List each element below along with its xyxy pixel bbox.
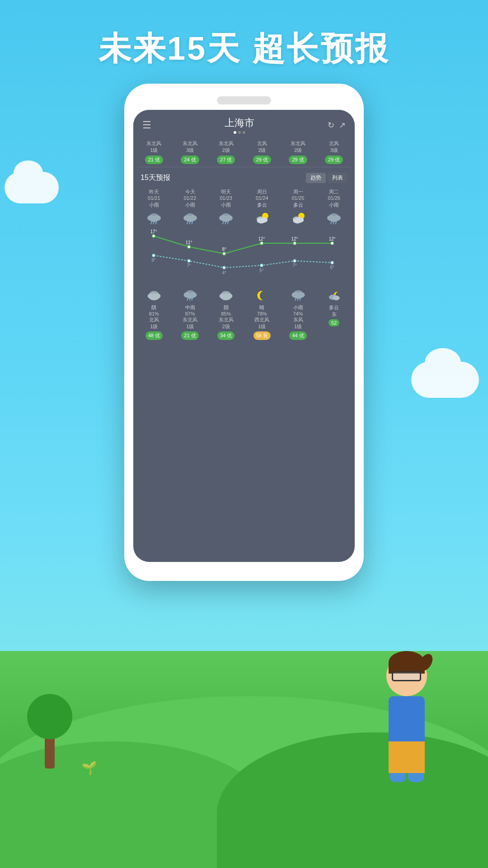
bottom-col-0: 阴 81% 北风1级 48 优	[136, 287, 172, 340]
bottom-wind-3: 西北风1级	[244, 316, 280, 330]
aqi-badge-6: 29 优	[325, 156, 343, 164]
character-foot-left	[390, 773, 406, 782]
svg-line-11	[187, 222, 188, 224]
svg-text:8°: 8°	[222, 247, 226, 252]
svg-point-74	[221, 293, 231, 300]
tab-list[interactable]: 列表	[328, 173, 347, 183]
tree	[27, 692, 72, 769]
bottom-condition-1: 中雨	[172, 304, 208, 311]
weather-icon-5	[317, 209, 351, 227]
svg-text:12°: 12°	[291, 236, 298, 241]
day-weather-3: 多云	[245, 202, 279, 208]
bottom-humidity-1: 97%	[172, 311, 208, 316]
svg-line-33	[331, 222, 332, 224]
app-header: ☰ 上海市 ↻ ↗	[133, 110, 355, 137]
bottom-aqi-1: 21 优	[181, 331, 198, 340]
bottom-icon-2	[208, 287, 244, 304]
day-label-1: 今天	[173, 189, 207, 195]
day-date-2: 01/23	[209, 195, 243, 201]
svg-text:9°: 9°	[151, 258, 155, 263]
aqi-badge-2: 24 优	[181, 156, 199, 164]
wind-6: 北风3级	[317, 140, 351, 154]
day-date-5: 01/26	[317, 195, 351, 201]
svg-point-36	[152, 234, 155, 237]
bottom-col-5: 多云 东 52	[316, 287, 352, 340]
day-date-3: 01/24	[245, 195, 279, 201]
day-date-1: 01/22	[173, 195, 207, 201]
aqi-col-6: 北风3级 29 优	[317, 140, 351, 164]
menu-icon[interactable]: ☰	[142, 119, 151, 131]
svg-point-41	[331, 241, 334, 245]
svg-point-32	[329, 216, 339, 222]
aqi-badge-1: 21 优	[145, 156, 163, 164]
day-label-4: 周一	[281, 189, 315, 195]
day-date-4: 01/25	[281, 195, 315, 201]
refresh-icon[interactable]: ↻	[328, 120, 334, 130]
svg-line-13	[192, 222, 192, 224]
svg-line-20	[228, 222, 229, 224]
svg-point-37	[188, 245, 191, 248]
bottom-condition-5: 多云	[316, 304, 352, 311]
bottom-wind-0: 北风1级	[136, 316, 172, 330]
bottom-aqi-2: 34 优	[217, 331, 235, 340]
bottom-wind-4: 东风1级	[280, 316, 316, 330]
dot-1	[234, 131, 236, 134]
share-icon[interactable]: ↗	[339, 120, 346, 130]
bottom-aqi-4: 44 优	[289, 331, 306, 340]
wind-3: 东北风2级	[209, 140, 243, 154]
forecast-header: 15天预报 趋势 列表	[133, 167, 355, 187]
svg-point-47	[331, 261, 333, 264]
tab-trend[interactable]: 趋势	[306, 173, 326, 183]
day-col-2: 明天 01/23 小雨	[208, 187, 244, 229]
svg-text:11°: 11°	[186, 240, 192, 245]
cloud-right	[411, 362, 479, 398]
bottom-condition-3: 晴	[244, 304, 280, 311]
svg-text:6°: 6°	[330, 265, 334, 270]
bottom-icon-5	[316, 287, 352, 304]
bottom-condition-4: 小雨	[280, 304, 316, 311]
day-label-3: 周日	[245, 189, 279, 195]
bottom-humidity-2: 85%	[208, 311, 244, 316]
bottom-col-4: 小雨 74% 东风1级 44 优	[280, 287, 316, 340]
aqi-badge-5: 29 优	[289, 156, 307, 164]
svg-text:17°: 17°	[150, 229, 157, 234]
bottom-col-3: 晴 78% 西北风1级 58 良	[244, 287, 280, 340]
svg-point-42	[152, 254, 155, 257]
bottom-aqi-0: 48 优	[145, 331, 163, 340]
bottom-humidity-4: 74%	[280, 311, 316, 316]
aqi-badge-4: 29 优	[253, 156, 271, 164]
temp-chart: 17° 11° 8° 12° 12° 12° 9° 7° 4° 5° 7° 6°	[136, 229, 352, 283]
svg-line-18	[223, 222, 224, 224]
day-weather-5: 小雨	[317, 202, 351, 208]
phone-notch	[217, 96, 271, 104]
svg-point-63	[149, 293, 160, 300]
svg-text:7°: 7°	[293, 263, 297, 268]
svg-point-46	[293, 259, 296, 262]
day-col-3: 周日 01/24 多云	[244, 187, 280, 229]
bottom-humidity-0: 81%	[136, 311, 172, 316]
page-dots	[225, 131, 254, 134]
day-weather-0: 小雨	[137, 202, 171, 208]
dot-3	[243, 131, 245, 134]
svg-line-4	[151, 222, 152, 224]
dot-2	[238, 131, 241, 134]
bottom-aqi-3: 58 良	[253, 331, 271, 340]
svg-point-83	[333, 296, 340, 300]
bottom-wind-5: 东	[316, 311, 352, 318]
forecast-title: 15天预报	[141, 173, 170, 183]
svg-point-17	[221, 216, 231, 222]
character-glasses	[392, 671, 421, 681]
bottom-icon-1	[172, 287, 208, 304]
weather-icon-2	[209, 209, 243, 227]
main-title: 未来15天 超长预报	[0, 27, 488, 71]
header-actions: ↻ ↗	[328, 120, 346, 130]
day-col-0: 昨天 01/21 小雨	[136, 187, 172, 229]
weather-icon-1	[173, 209, 207, 227]
svg-point-3	[149, 216, 159, 222]
cloud-left	[5, 172, 59, 203]
wind-4: 北风2级	[245, 140, 279, 154]
day-weather-1: 小雨	[173, 202, 207, 208]
svg-text:12°: 12°	[329, 236, 336, 241]
phone-mockup: ☰ 上海市 ↻ ↗ 东北风1级 21 优 东北风3级	[124, 84, 364, 581]
day-col-1: 今天 01/22 小雨	[172, 187, 208, 229]
